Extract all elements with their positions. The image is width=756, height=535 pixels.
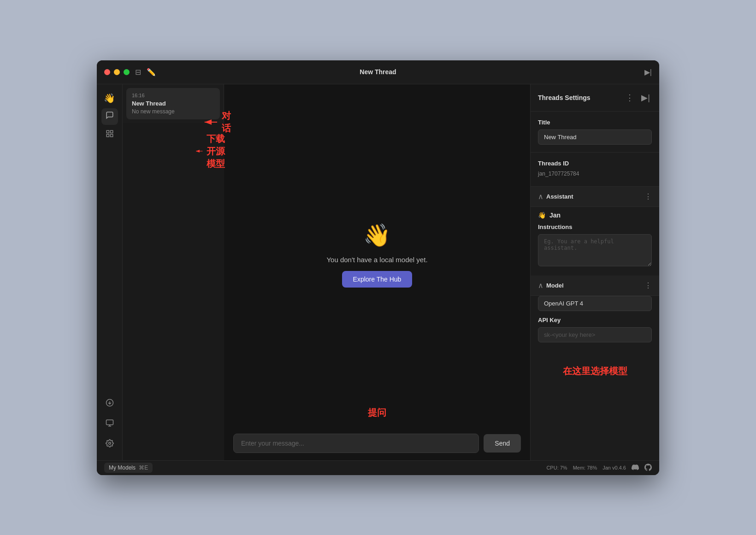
assistant-name: 👋 Jan bbox=[531, 207, 659, 223]
close-button[interactable] bbox=[104, 69, 110, 75]
settings-panel-title: Threads Settings bbox=[538, 94, 620, 101]
sidebar-item-wave[interactable]: 👋 bbox=[101, 90, 118, 106]
svg-rect-0 bbox=[106, 130, 109, 133]
version-label: Jan v0.4.6 bbox=[602, 465, 626, 470]
minimize-button[interactable] bbox=[114, 69, 120, 75]
svg-point-9 bbox=[108, 442, 111, 445]
traffic-lights bbox=[104, 69, 130, 75]
main-content: 👋 bbox=[97, 84, 659, 460]
message-input[interactable] bbox=[233, 434, 479, 453]
svg-rect-3 bbox=[110, 135, 112, 137]
compose-icon[interactable]: ✏️ bbox=[147, 68, 156, 76]
settings-threads-id-section: Threads ID jan_1707725784 bbox=[531, 153, 659, 187]
model-select[interactable]: OpenAI GPT 4 GPT-3.5 Turbo Local Model bbox=[538, 296, 652, 311]
assistant-name-text: Jan bbox=[549, 212, 561, 219]
discord-icon[interactable] bbox=[632, 464, 639, 472]
sidebar-item-grid[interactable] bbox=[101, 127, 118, 143]
svg-rect-6 bbox=[106, 420, 113, 425]
api-key-label: API Key bbox=[538, 317, 652, 323]
explore-hub-button[interactable]: Explore The Hub bbox=[342, 271, 413, 288]
thread-time: 16:16 bbox=[132, 93, 214, 98]
sidebar: 👋 bbox=[97, 84, 123, 460]
sidebar-item-import[interactable] bbox=[101, 396, 118, 412]
panel-collapse-icon[interactable]: ▶| bbox=[639, 91, 652, 105]
instructions-area: Instructions bbox=[538, 223, 652, 268]
titlebar-left-icons: ⊟ ✏️ bbox=[135, 68, 156, 76]
thread-preview: No new message bbox=[132, 108, 214, 115]
api-key-input[interactable] bbox=[538, 327, 652, 342]
thread-list: 16:16 New Thread No new message bbox=[123, 84, 224, 123]
assistant-emoji: 👋 bbox=[538, 212, 546, 219]
panel-toggle-icon[interactable]: ▶| bbox=[644, 68, 652, 76]
wave-icon: 👋 bbox=[104, 93, 115, 104]
settings-title-section: Title bbox=[531, 112, 659, 153]
assistant-section-title: Assistant bbox=[546, 193, 644, 200]
import-icon bbox=[106, 399, 114, 409]
settings-icon bbox=[106, 439, 114, 450]
assistant-more-icon[interactable]: ⋮ bbox=[644, 192, 652, 201]
cpu-status: CPU: 7% bbox=[546, 465, 567, 470]
thread-item[interactable]: 16:16 New Thread No new message bbox=[126, 88, 220, 119]
svg-rect-1 bbox=[110, 130, 112, 133]
settings-panel: Threads Settings ⋮ ▶| Title Threads ID j… bbox=[530, 84, 659, 460]
title-label: Title bbox=[538, 119, 652, 126]
statusbar: My Models ⌘E CPU: 7% Mem: 78% Jan v0.4.6 bbox=[97, 460, 659, 475]
settings-header: Threads Settings ⋮ ▶| bbox=[531, 84, 659, 112]
sidebar-toggle-icon[interactable]: ⊟ bbox=[135, 68, 141, 76]
chat-icon bbox=[106, 111, 114, 122]
model-section-title: Model bbox=[546, 282, 644, 289]
chat-input-area: Send bbox=[224, 426, 530, 460]
chat-main: 👋 You don't have a local model yet. Expl… bbox=[224, 84, 530, 426]
statusbar-right: CPU: 7% Mem: 78% Jan v0.4.6 bbox=[546, 464, 652, 472]
grid-icon bbox=[106, 129, 114, 140]
titlebar: ⊟ ✏️ New Thread ▶| bbox=[97, 60, 659, 84]
assistant-section-header[interactable]: ∧ Assistant ⋮ bbox=[531, 187, 659, 207]
window-title: New Thread bbox=[360, 68, 396, 76]
threads-id-label: Threads ID bbox=[538, 160, 652, 167]
sidebar-item-chat[interactable] bbox=[101, 108, 118, 125]
thread-name: New Thread bbox=[132, 100, 214, 107]
model-section-header[interactable]: ∧ Model ⋮ bbox=[531, 276, 659, 296]
chat-area: 👋 You don't have a local model yet. Expl… bbox=[224, 84, 530, 460]
instructions-textarea[interactable] bbox=[538, 234, 652, 266]
empty-state-emoji: 👋 bbox=[363, 223, 391, 248]
monitor-icon bbox=[106, 419, 114, 429]
sidebar-item-monitor[interactable] bbox=[101, 416, 118, 433]
mem-status: Mem: 78% bbox=[573, 465, 597, 470]
annotation-model: 在这里选择模型 bbox=[563, 365, 627, 377]
model-more-icon[interactable]: ⋮ bbox=[644, 281, 652, 290]
title-input[interactable] bbox=[538, 129, 652, 145]
more-options-icon[interactable]: ⋮ bbox=[624, 91, 636, 105]
sidebar-bottom bbox=[101, 396, 118, 455]
my-models-button[interactable]: My Models ⌘E bbox=[104, 463, 153, 473]
sidebar-item-settings[interactable] bbox=[101, 436, 118, 453]
github-icon[interactable] bbox=[644, 464, 652, 472]
threads-id-value: jan_1707725784 bbox=[538, 170, 652, 177]
titlebar-right-icons: ▶| bbox=[644, 68, 652, 76]
statusbar-left: My Models ⌘E bbox=[104, 463, 153, 473]
model-section: OpenAI GPT 4 GPT-3.5 Turbo Local Model A… bbox=[531, 296, 659, 350]
empty-state-text: You don't have a local model yet. bbox=[326, 256, 427, 264]
instructions-label: Instructions bbox=[538, 223, 652, 230]
maximize-button[interactable] bbox=[124, 69, 130, 75]
send-button[interactable]: Send bbox=[484, 434, 521, 453]
svg-rect-2 bbox=[106, 135, 109, 137]
